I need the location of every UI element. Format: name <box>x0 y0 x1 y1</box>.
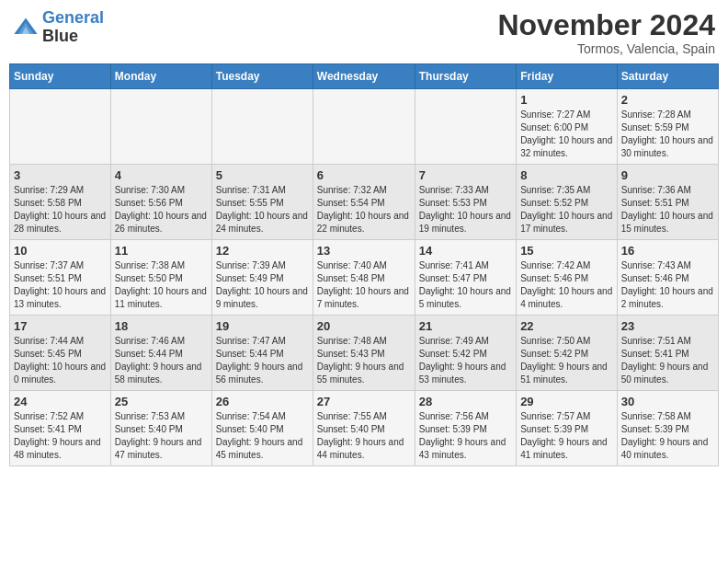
calendar-cell: 18Sunrise: 7:46 AMSunset: 5:44 PMDayligh… <box>110 316 211 391</box>
day-number: 27 <box>317 395 411 408</box>
calendar-cell: 5Sunrise: 7:31 AMSunset: 5:55 PMDaylight… <box>211 165 313 240</box>
calendar-cell: 28Sunrise: 7:56 AMSunset: 5:39 PMDayligh… <box>415 391 516 466</box>
calendar-cell: 11Sunrise: 7:38 AMSunset: 5:50 PMDayligh… <box>110 240 211 316</box>
day-number: 18 <box>115 319 208 333</box>
day-info: Sunrise: 7:37 AMSunset: 5:51 PMDaylight:… <box>14 259 107 311</box>
calendar-cell <box>313 89 415 165</box>
day-number: 3 <box>14 168 107 182</box>
calendar-cell: 12Sunrise: 7:39 AMSunset: 5:49 PMDayligh… <box>211 240 313 316</box>
calendar-cell <box>415 89 516 165</box>
calendar-cell: 24Sunrise: 7:52 AMSunset: 5:41 PMDayligh… <box>10 391 111 466</box>
calendar-cell: 29Sunrise: 7:57 AMSunset: 5:39 PMDayligh… <box>517 391 618 466</box>
weekday-header-thursday: Thursday <box>415 64 516 89</box>
calendar-cell: 16Sunrise: 7:43 AMSunset: 5:46 PMDayligh… <box>617 240 718 316</box>
day-number: 30 <box>621 395 714 408</box>
day-number: 25 <box>115 395 208 408</box>
day-info: Sunrise: 7:29 AMSunset: 5:58 PMDaylight:… <box>14 184 107 236</box>
weekday-header-saturday: Saturday <box>617 64 718 89</box>
day-number: 5 <box>216 168 309 182</box>
day-info: Sunrise: 7:36 AMSunset: 5:51 PMDaylight:… <box>621 184 714 236</box>
weekday-header-row: SundayMondayTuesdayWednesdayThursdayFrid… <box>10 64 719 89</box>
page-header: General Blue November 2024 Tormos, Valen… <box>9 9 719 56</box>
day-number: 16 <box>621 244 714 258</box>
logo: General Blue <box>13 9 104 46</box>
calendar-cell: 4Sunrise: 7:30 AMSunset: 5:56 PMDaylight… <box>110 165 211 240</box>
calendar-cell <box>110 89 211 165</box>
day-info: Sunrise: 7:54 AMSunset: 5:40 PMDaylight:… <box>216 410 309 462</box>
calendar-cell <box>211 89 313 165</box>
day-number: 7 <box>419 168 512 182</box>
day-info: Sunrise: 7:57 AMSunset: 5:39 PMDaylight:… <box>520 410 613 462</box>
day-info: Sunrise: 7:27 AMSunset: 6:00 PMDaylight:… <box>520 109 613 160</box>
day-number: 15 <box>520 244 613 258</box>
day-number: 11 <box>115 244 208 258</box>
calendar-cell: 15Sunrise: 7:42 AMSunset: 5:46 PMDayligh… <box>517 240 618 316</box>
calendar-cell: 21Sunrise: 7:49 AMSunset: 5:42 PMDayligh… <box>415 316 516 391</box>
day-number: 23 <box>621 319 714 333</box>
day-number: 28 <box>419 395 512 408</box>
day-number: 26 <box>216 395 309 408</box>
day-info: Sunrise: 7:40 AMSunset: 5:48 PMDaylight:… <box>317 259 411 311</box>
calendar-cell: 23Sunrise: 7:51 AMSunset: 5:41 PMDayligh… <box>617 316 718 391</box>
day-info: Sunrise: 7:43 AMSunset: 5:46 PMDaylight:… <box>621 259 714 311</box>
calendar-cell <box>10 89 111 165</box>
location-subtitle: Tormos, Valencia, Spain <box>497 41 715 56</box>
calendar-cell: 30Sunrise: 7:58 AMSunset: 5:39 PMDayligh… <box>617 391 718 466</box>
day-info: Sunrise: 7:35 AMSunset: 5:52 PMDaylight:… <box>520 184 613 236</box>
weekday-header-sunday: Sunday <box>10 64 111 89</box>
day-info: Sunrise: 7:38 AMSunset: 5:50 PMDaylight:… <box>115 259 208 311</box>
calendar-cell: 17Sunrise: 7:44 AMSunset: 5:45 PMDayligh… <box>10 316 111 391</box>
day-number: 9 <box>621 168 714 182</box>
logo-icon <box>13 15 39 40</box>
day-info: Sunrise: 7:50 AMSunset: 5:42 PMDaylight:… <box>520 335 613 386</box>
logo-text: General Blue <box>42 9 104 46</box>
calendar-cell: 22Sunrise: 7:50 AMSunset: 5:42 PMDayligh… <box>517 316 618 391</box>
weekday-header-friday: Friday <box>517 64 618 89</box>
day-number: 2 <box>621 93 714 107</box>
weekday-header-monday: Monday <box>110 64 211 89</box>
calendar-cell: 14Sunrise: 7:41 AMSunset: 5:47 PMDayligh… <box>415 240 516 316</box>
calendar-cell: 19Sunrise: 7:47 AMSunset: 5:44 PMDayligh… <box>211 316 313 391</box>
day-info: Sunrise: 7:58 AMSunset: 5:39 PMDaylight:… <box>621 410 714 462</box>
day-number: 1 <box>520 93 613 107</box>
day-info: Sunrise: 7:42 AMSunset: 5:46 PMDaylight:… <box>520 259 613 311</box>
day-info: Sunrise: 7:55 AMSunset: 5:40 PMDaylight:… <box>317 410 411 462</box>
day-info: Sunrise: 7:39 AMSunset: 5:49 PMDaylight:… <box>216 259 309 311</box>
calendar-cell: 7Sunrise: 7:33 AMSunset: 5:53 PMDaylight… <box>415 165 516 240</box>
day-info: Sunrise: 7:28 AMSunset: 5:59 PMDaylight:… <box>621 109 714 160</box>
day-info: Sunrise: 7:49 AMSunset: 5:42 PMDaylight:… <box>419 335 512 386</box>
day-info: Sunrise: 7:53 AMSunset: 5:40 PMDaylight:… <box>115 410 208 462</box>
day-info: Sunrise: 7:32 AMSunset: 5:54 PMDaylight:… <box>317 184 411 236</box>
day-number: 6 <box>317 168 411 182</box>
weekday-header-wednesday: Wednesday <box>313 64 415 89</box>
calendar-cell: 27Sunrise: 7:55 AMSunset: 5:40 PMDayligh… <box>313 391 415 466</box>
day-info: Sunrise: 7:52 AMSunset: 5:41 PMDaylight:… <box>14 410 107 462</box>
day-number: 4 <box>115 168 208 182</box>
logo-line1: General <box>42 8 104 27</box>
day-number: 13 <box>317 244 411 258</box>
day-number: 12 <box>216 244 309 258</box>
week-row-2: 3Sunrise: 7:29 AMSunset: 5:58 PMDaylight… <box>10 165 719 240</box>
day-number: 24 <box>14 395 107 408</box>
day-number: 17 <box>14 319 107 333</box>
calendar-cell: 2Sunrise: 7:28 AMSunset: 5:59 PMDaylight… <box>617 89 718 165</box>
day-info: Sunrise: 7:41 AMSunset: 5:47 PMDaylight:… <box>419 259 512 311</box>
day-number: 29 <box>520 395 613 408</box>
week-row-3: 10Sunrise: 7:37 AMSunset: 5:51 PMDayligh… <box>10 240 719 316</box>
calendar-cell: 13Sunrise: 7:40 AMSunset: 5:48 PMDayligh… <box>313 240 415 316</box>
day-number: 20 <box>317 319 411 333</box>
weekday-header-tuesday: Tuesday <box>211 64 313 89</box>
day-number: 19 <box>216 319 309 333</box>
day-number: 14 <box>419 244 512 258</box>
week-row-1: 1Sunrise: 7:27 AMSunset: 6:00 PMDaylight… <box>10 89 719 165</box>
calendar-cell: 6Sunrise: 7:32 AMSunset: 5:54 PMDaylight… <box>313 165 415 240</box>
calendar-cell: 20Sunrise: 7:48 AMSunset: 5:43 PMDayligh… <box>313 316 415 391</box>
calendar-cell: 8Sunrise: 7:35 AMSunset: 5:52 PMDaylight… <box>517 165 618 240</box>
day-info: Sunrise: 7:46 AMSunset: 5:44 PMDaylight:… <box>115 335 208 386</box>
calendar-cell: 10Sunrise: 7:37 AMSunset: 5:51 PMDayligh… <box>10 240 111 316</box>
calendar-cell: 25Sunrise: 7:53 AMSunset: 5:40 PMDayligh… <box>110 391 211 466</box>
week-row-4: 17Sunrise: 7:44 AMSunset: 5:45 PMDayligh… <box>10 316 719 391</box>
day-info: Sunrise: 7:30 AMSunset: 5:56 PMDaylight:… <box>115 184 208 236</box>
day-info: Sunrise: 7:56 AMSunset: 5:39 PMDaylight:… <box>419 410 512 462</box>
title-block: November 2024 Tormos, Valencia, Spain <box>497 9 715 56</box>
